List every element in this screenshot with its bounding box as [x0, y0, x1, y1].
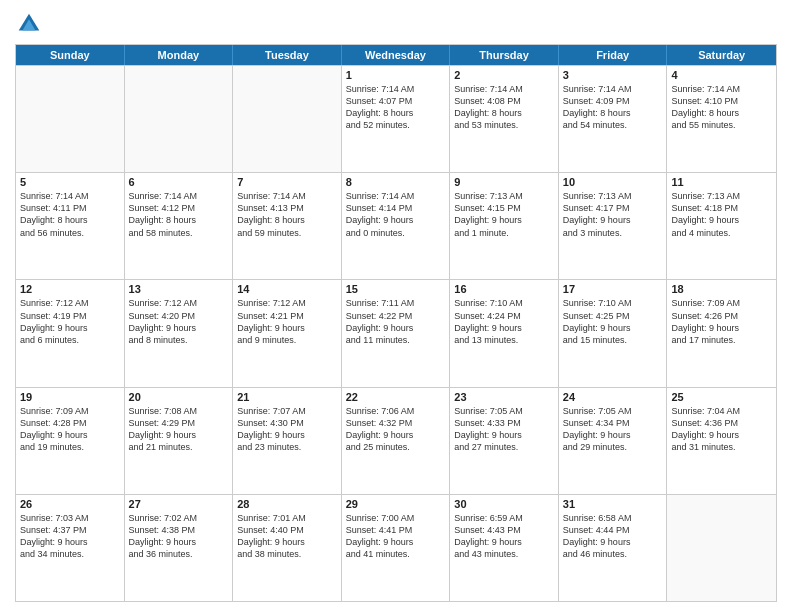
- day-number: 3: [563, 69, 663, 81]
- calendar-row-4: 26Sunrise: 7:03 AM Sunset: 4:37 PM Dayli…: [16, 494, 776, 601]
- day-info: Sunrise: 7:14 AM Sunset: 4:13 PM Dayligh…: [237, 190, 337, 239]
- calendar-cell-0-4: 2Sunrise: 7:14 AM Sunset: 4:08 PM Daylig…: [450, 66, 559, 172]
- day-info: Sunrise: 7:00 AM Sunset: 4:41 PM Dayligh…: [346, 512, 446, 561]
- calendar-cell-1-0: 5Sunrise: 7:14 AM Sunset: 4:11 PM Daylig…: [16, 173, 125, 279]
- day-number: 16: [454, 283, 554, 295]
- day-info: Sunrise: 7:13 AM Sunset: 4:18 PM Dayligh…: [671, 190, 772, 239]
- day-info: Sunrise: 7:14 AM Sunset: 4:09 PM Dayligh…: [563, 83, 663, 132]
- header-day-tuesday: Tuesday: [233, 45, 342, 65]
- calendar-row-3: 19Sunrise: 7:09 AM Sunset: 4:28 PM Dayli…: [16, 387, 776, 494]
- calendar-row-1: 5Sunrise: 7:14 AM Sunset: 4:11 PM Daylig…: [16, 172, 776, 279]
- calendar: SundayMondayTuesdayWednesdayThursdayFrid…: [15, 44, 777, 602]
- day-number: 25: [671, 391, 772, 403]
- day-info: Sunrise: 7:04 AM Sunset: 4:36 PM Dayligh…: [671, 405, 772, 454]
- logo-icon: [15, 10, 43, 38]
- day-info: Sunrise: 7:13 AM Sunset: 4:15 PM Dayligh…: [454, 190, 554, 239]
- day-info: Sunrise: 7:07 AM Sunset: 4:30 PM Dayligh…: [237, 405, 337, 454]
- day-info: Sunrise: 7:12 AM Sunset: 4:21 PM Dayligh…: [237, 297, 337, 346]
- calendar-cell-0-1: [125, 66, 234, 172]
- calendar-cell-0-5: 3Sunrise: 7:14 AM Sunset: 4:09 PM Daylig…: [559, 66, 668, 172]
- calendar-cell-0-2: [233, 66, 342, 172]
- calendar-cell-3-0: 19Sunrise: 7:09 AM Sunset: 4:28 PM Dayli…: [16, 388, 125, 494]
- day-info: Sunrise: 7:12 AM Sunset: 4:19 PM Dayligh…: [20, 297, 120, 346]
- calendar-cell-1-6: 11Sunrise: 7:13 AM Sunset: 4:18 PM Dayli…: [667, 173, 776, 279]
- day-number: 30: [454, 498, 554, 510]
- calendar-cell-1-1: 6Sunrise: 7:14 AM Sunset: 4:12 PM Daylig…: [125, 173, 234, 279]
- calendar-cell-0-0: [16, 66, 125, 172]
- day-number: 6: [129, 176, 229, 188]
- day-number: 10: [563, 176, 663, 188]
- day-info: Sunrise: 6:58 AM Sunset: 4:44 PM Dayligh…: [563, 512, 663, 561]
- day-number: 8: [346, 176, 446, 188]
- calendar-cell-1-5: 10Sunrise: 7:13 AM Sunset: 4:17 PM Dayli…: [559, 173, 668, 279]
- day-number: 11: [671, 176, 772, 188]
- day-number: 31: [563, 498, 663, 510]
- calendar-cell-4-2: 28Sunrise: 7:01 AM Sunset: 4:40 PM Dayli…: [233, 495, 342, 601]
- day-number: 20: [129, 391, 229, 403]
- calendar-cell-0-6: 4Sunrise: 7:14 AM Sunset: 4:10 PM Daylig…: [667, 66, 776, 172]
- calendar-cell-3-6: 25Sunrise: 7:04 AM Sunset: 4:36 PM Dayli…: [667, 388, 776, 494]
- day-info: Sunrise: 7:13 AM Sunset: 4:17 PM Dayligh…: [563, 190, 663, 239]
- day-number: 28: [237, 498, 337, 510]
- calendar-cell-3-2: 21Sunrise: 7:07 AM Sunset: 4:30 PM Dayli…: [233, 388, 342, 494]
- day-info: Sunrise: 7:14 AM Sunset: 4:12 PM Dayligh…: [129, 190, 229, 239]
- day-number: 17: [563, 283, 663, 295]
- calendar-cell-2-0: 12Sunrise: 7:12 AM Sunset: 4:19 PM Dayli…: [16, 280, 125, 386]
- calendar-cell-1-2: 7Sunrise: 7:14 AM Sunset: 4:13 PM Daylig…: [233, 173, 342, 279]
- day-info: Sunrise: 6:59 AM Sunset: 4:43 PM Dayligh…: [454, 512, 554, 561]
- day-info: Sunrise: 7:14 AM Sunset: 4:14 PM Dayligh…: [346, 190, 446, 239]
- day-number: 26: [20, 498, 120, 510]
- day-number: 4: [671, 69, 772, 81]
- header-day-wednesday: Wednesday: [342, 45, 451, 65]
- day-info: Sunrise: 7:14 AM Sunset: 4:11 PM Dayligh…: [20, 190, 120, 239]
- calendar-cell-2-1: 13Sunrise: 7:12 AM Sunset: 4:20 PM Dayli…: [125, 280, 234, 386]
- day-number: 23: [454, 391, 554, 403]
- day-info: Sunrise: 7:09 AM Sunset: 4:28 PM Dayligh…: [20, 405, 120, 454]
- calendar-header: SundayMondayTuesdayWednesdayThursdayFrid…: [16, 45, 776, 65]
- calendar-cell-3-5: 24Sunrise: 7:05 AM Sunset: 4:34 PM Dayli…: [559, 388, 668, 494]
- day-info: Sunrise: 7:08 AM Sunset: 4:29 PM Dayligh…: [129, 405, 229, 454]
- day-info: Sunrise: 7:05 AM Sunset: 4:33 PM Dayligh…: [454, 405, 554, 454]
- day-info: Sunrise: 7:14 AM Sunset: 4:07 PM Dayligh…: [346, 83, 446, 132]
- calendar-cell-1-3: 8Sunrise: 7:14 AM Sunset: 4:14 PM Daylig…: [342, 173, 451, 279]
- day-info: Sunrise: 7:02 AM Sunset: 4:38 PM Dayligh…: [129, 512, 229, 561]
- day-number: 19: [20, 391, 120, 403]
- day-info: Sunrise: 7:01 AM Sunset: 4:40 PM Dayligh…: [237, 512, 337, 561]
- day-info: Sunrise: 7:11 AM Sunset: 4:22 PM Dayligh…: [346, 297, 446, 346]
- day-info: Sunrise: 7:14 AM Sunset: 4:08 PM Dayligh…: [454, 83, 554, 132]
- header: [15, 10, 777, 38]
- day-number: 13: [129, 283, 229, 295]
- header-day-sunday: Sunday: [16, 45, 125, 65]
- day-info: Sunrise: 7:06 AM Sunset: 4:32 PM Dayligh…: [346, 405, 446, 454]
- day-info: Sunrise: 7:10 AM Sunset: 4:25 PM Dayligh…: [563, 297, 663, 346]
- day-info: Sunrise: 7:10 AM Sunset: 4:24 PM Dayligh…: [454, 297, 554, 346]
- day-number: 29: [346, 498, 446, 510]
- calendar-cell-2-2: 14Sunrise: 7:12 AM Sunset: 4:21 PM Dayli…: [233, 280, 342, 386]
- day-number: 27: [129, 498, 229, 510]
- day-info: Sunrise: 7:05 AM Sunset: 4:34 PM Dayligh…: [563, 405, 663, 454]
- calendar-cell-0-3: 1Sunrise: 7:14 AM Sunset: 4:07 PM Daylig…: [342, 66, 451, 172]
- day-info: Sunrise: 7:14 AM Sunset: 4:10 PM Dayligh…: [671, 83, 772, 132]
- day-info: Sunrise: 7:12 AM Sunset: 4:20 PM Dayligh…: [129, 297, 229, 346]
- calendar-cell-3-1: 20Sunrise: 7:08 AM Sunset: 4:29 PM Dayli…: [125, 388, 234, 494]
- calendar-cell-2-3: 15Sunrise: 7:11 AM Sunset: 4:22 PM Dayli…: [342, 280, 451, 386]
- calendar-cell-1-4: 9Sunrise: 7:13 AM Sunset: 4:15 PM Daylig…: [450, 173, 559, 279]
- day-number: 2: [454, 69, 554, 81]
- day-number: 14: [237, 283, 337, 295]
- logo: [15, 10, 47, 38]
- day-number: 9: [454, 176, 554, 188]
- day-number: 22: [346, 391, 446, 403]
- calendar-cell-2-5: 17Sunrise: 7:10 AM Sunset: 4:25 PM Dayli…: [559, 280, 668, 386]
- calendar-body: 1Sunrise: 7:14 AM Sunset: 4:07 PM Daylig…: [16, 65, 776, 601]
- calendar-cell-2-4: 16Sunrise: 7:10 AM Sunset: 4:24 PM Dayli…: [450, 280, 559, 386]
- day-number: 1: [346, 69, 446, 81]
- calendar-cell-4-5: 31Sunrise: 6:58 AM Sunset: 4:44 PM Dayli…: [559, 495, 668, 601]
- day-number: 21: [237, 391, 337, 403]
- day-info: Sunrise: 7:09 AM Sunset: 4:26 PM Dayligh…: [671, 297, 772, 346]
- calendar-cell-4-4: 30Sunrise: 6:59 AM Sunset: 4:43 PM Dayli…: [450, 495, 559, 601]
- day-number: 12: [20, 283, 120, 295]
- day-info: Sunrise: 7:03 AM Sunset: 4:37 PM Dayligh…: [20, 512, 120, 561]
- calendar-cell-4-3: 29Sunrise: 7:00 AM Sunset: 4:41 PM Dayli…: [342, 495, 451, 601]
- calendar-cell-3-4: 23Sunrise: 7:05 AM Sunset: 4:33 PM Dayli…: [450, 388, 559, 494]
- calendar-cell-3-3: 22Sunrise: 7:06 AM Sunset: 4:32 PM Dayli…: [342, 388, 451, 494]
